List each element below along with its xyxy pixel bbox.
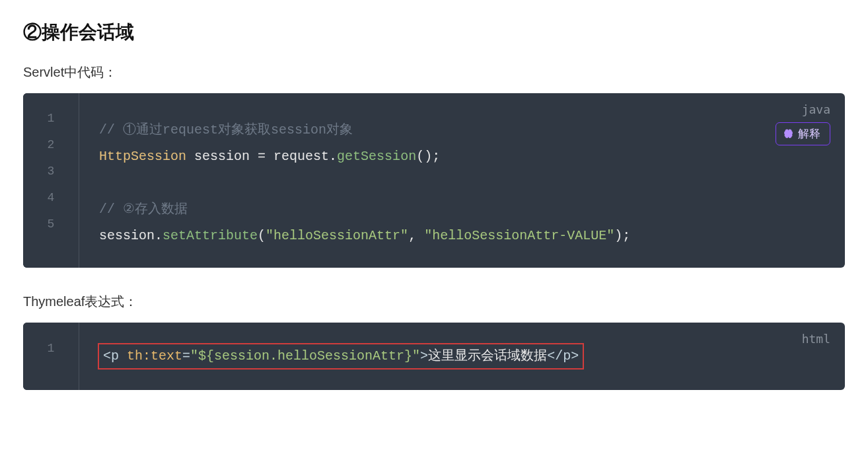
- code-content[interactable]: <p th:text="${session.helloSessionAttr}"…: [79, 323, 845, 390]
- language-label: java: [802, 102, 830, 116]
- explain-button[interactable]: 解释: [776, 122, 830, 145]
- language-label: html: [802, 332, 830, 346]
- line-number: 1: [23, 331, 79, 366]
- line-number: 4: [23, 184, 79, 211]
- line-number: 5: [23, 211, 79, 237]
- section-heading: ②操作会话域: [23, 20, 845, 45]
- explain-button-label: 解释: [798, 126, 820, 141]
- line-number-gutter: 1: [23, 323, 79, 390]
- line-number-gutter: 1 2 3 4 5: [23, 93, 79, 268]
- line-number: 1: [23, 105, 79, 132]
- subheading-servlet: Servlet中代码：: [23, 63, 845, 81]
- subheading-thymeleaf: Thymeleaf表达式：: [23, 293, 845, 311]
- code-block-html: html 1 <p th:text="${session.helloSessio…: [23, 323, 845, 390]
- brain-icon: [783, 128, 794, 139]
- highlight-box: <p th:text="${session.helloSessionAttr}"…: [98, 343, 584, 370]
- line-number: 3: [23, 158, 79, 184]
- code-block-java: java 解释 1 2 3 4 5 // ①通过request对象获取sessi…: [23, 93, 845, 268]
- code-content[interactable]: // ①通过request对象获取session对象 HttpSession s…: [79, 93, 845, 268]
- line-number: 2: [23, 132, 79, 158]
